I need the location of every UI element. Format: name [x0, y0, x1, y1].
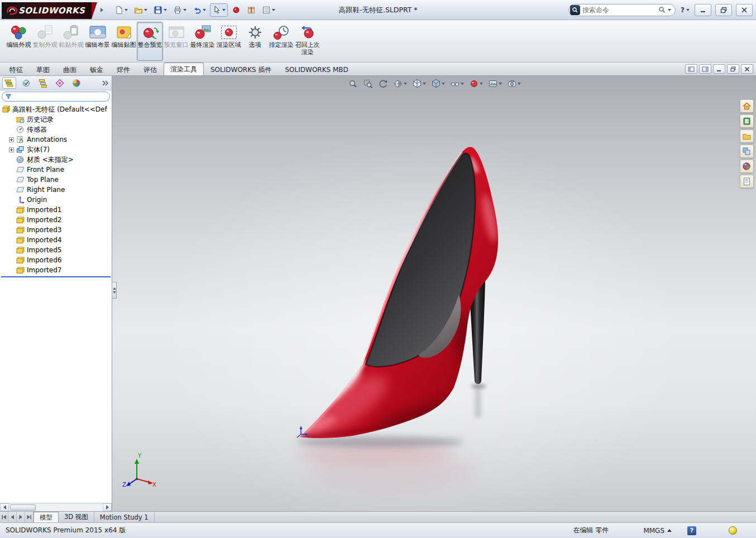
doc-restore-icon[interactable] — [727, 64, 739, 74]
schedule-render-button[interactable]: 排定渲染 — [268, 22, 294, 61]
display-manager-tab[interactable] — [69, 77, 83, 89]
panel-horizontal-scrollbar[interactable] — [0, 503, 112, 511]
tab-3d-views[interactable]: 3D 视图 — [59, 512, 94, 522]
tree-item-imported4[interactable]: Imported4 — [0, 235, 112, 245]
hide-show-items-button[interactable] — [450, 79, 464, 89]
status-help-button[interactable]: ? — [687, 526, 696, 535]
property-manager-tab[interactable] — [19, 77, 33, 89]
save-button[interactable] — [151, 3, 169, 17]
dropdown-arrow-icon[interactable] — [144, 9, 147, 11]
zoom-fit-button[interactable] — [348, 79, 358, 89]
tree-item-imported7[interactable]: Imported7 — [0, 265, 112, 275]
recall-last-render-button[interactable]: 召回上次渲染 — [294, 22, 320, 61]
tab-features[interactable]: 特征 — [3, 64, 30, 75]
collapse-toolbar-icon[interactable] — [685, 64, 697, 74]
tree-item-imported1[interactable]: Imported1 — [0, 205, 112, 215]
expand-icon[interactable] — [9, 137, 14, 142]
new-document-button[interactable] — [112, 3, 130, 17]
dropdown-arrow-icon[interactable] — [518, 83, 521, 85]
print-button[interactable] — [171, 3, 189, 17]
expand-icon[interactable] — [9, 147, 14, 152]
units-dropdown[interactable]: MMGS — [643, 527, 672, 535]
minimize-button[interactable] — [695, 4, 711, 16]
tree-item-solid-bodies[interactable]: 实体(7) — [0, 145, 112, 155]
first-tab-icon[interactable] — [0, 512, 8, 522]
dropdown-arrow-icon[interactable] — [423, 83, 426, 85]
tab-surfaces[interactable]: 曲面 — [56, 64, 83, 75]
scroll-left-icon[interactable] — [0, 503, 9, 511]
tab-sketch[interactable]: 草图 — [30, 64, 56, 75]
edit-appearance-hud-button[interactable] — [469, 79, 483, 89]
copy-appearance-button[interactable]: 复制外观 — [32, 22, 58, 61]
edit-scene-button[interactable]: 编辑布景 — [84, 22, 111, 61]
dropdown-arrow-icon[interactable] — [272, 9, 275, 11]
model-render-high-heel-shoe[interactable]: Y X Z — [112, 76, 756, 511]
solidworks-logo[interactable]: SOLIDWORKS — [2, 2, 92, 19]
render-region-button[interactable]: 渲染区域 — [216, 22, 242, 61]
dropdown-arrow-icon[interactable] — [461, 83, 464, 85]
final-render-button[interactable]: 最终渲染 — [189, 22, 216, 61]
integrated-preview-button[interactable]: 整合预览 — [137, 22, 163, 61]
rebuild-button[interactable] — [229, 3, 243, 17]
scrollbar-thumb[interactable] — [10, 505, 36, 511]
last-tab-icon[interactable] — [25, 512, 34, 522]
graphics-viewport[interactable]: Y X Z — [112, 76, 756, 511]
section-view-button[interactable] — [393, 79, 407, 89]
search-dropdown-arrow-icon[interactable] — [668, 9, 671, 11]
restore-button[interactable] — [715, 4, 732, 16]
tree-item-imported5[interactable]: Imported5 — [0, 245, 112, 255]
open-button[interactable] — [132, 3, 150, 17]
solidworks-resources-button[interactable] — [740, 99, 754, 113]
custom-properties-button[interactable] — [740, 175, 754, 188]
panel-tabs-overflow-button[interactable] — [101, 80, 109, 86]
status-tag-icon[interactable] — [729, 526, 737, 535]
tab-weldments[interactable]: 焊件 — [110, 64, 137, 75]
tree-filter-box[interactable] — [2, 92, 110, 102]
appearances-scenes-button[interactable] — [740, 160, 754, 173]
dropdown-arrow-icon[interactable] — [203, 9, 206, 11]
tab-render-tools[interactable]: 渲染工具 — [164, 63, 204, 75]
tree-item-material[interactable]: 材质 <未指定> — [0, 155, 112, 165]
tree-item-root[interactable]: 高跟鞋-无特征 (Default<<Def — [0, 104, 112, 114]
undo-button[interactable] — [190, 3, 208, 17]
dropdown-arrow-icon[interactable] — [183, 9, 186, 11]
dropdown-arrow-icon[interactable] — [164, 9, 167, 11]
doc-close-icon[interactable] — [741, 64, 753, 74]
previous-tab-icon[interactable] — [8, 512, 17, 522]
file-explorer-button[interactable] — [740, 129, 754, 143]
dropdown-arrow-icon[interactable] — [480, 83, 483, 85]
display-style-button[interactable] — [431, 79, 445, 89]
dropdown-arrow-icon[interactable] — [499, 83, 502, 85]
tab-evaluate[interactable]: 评估 — [137, 64, 164, 75]
configuration-manager-tab[interactable] — [36, 77, 50, 89]
search-commands-box[interactable] — [568, 4, 676, 16]
select-tool-button[interactable] — [210, 3, 228, 17]
render-options-button[interactable]: 选项 — [242, 22, 268, 61]
panel-splitter-handle[interactable] — [112, 282, 117, 299]
view-palette-button[interactable] — [740, 145, 754, 158]
tab-solidworks-mbd[interactable]: SOLIDWORKS MBD — [278, 64, 355, 75]
tab-solidworks-addins[interactable]: SOLIDWORKS 插件 — [204, 64, 278, 75]
apply-scene-button[interactable] — [488, 79, 502, 89]
feature-manager-tab[interactable] — [2, 77, 16, 89]
dropdown-arrow-icon[interactable] — [404, 83, 407, 85]
zoom-to-area-button[interactable] — [363, 79, 373, 89]
options-list-button[interactable] — [260, 3, 277, 17]
tree-item-top-plane[interactable]: Top Plane — [0, 175, 112, 185]
search-scope-icon[interactable] — [570, 5, 580, 15]
doc-minimize-icon[interactable] — [713, 64, 725, 74]
paste-appearance-button[interactable]: 粘贴外观 — [58, 22, 84, 61]
tab-motion-study-1[interactable]: Motion Study 1 — [94, 512, 155, 522]
dimxpert-manager-tab[interactable] — [52, 77, 66, 89]
design-library-button[interactable] — [740, 114, 754, 128]
tab-model[interactable]: 模型 — [34, 512, 59, 522]
rollback-bar[interactable] — [1, 276, 111, 277]
tree-item-imported6[interactable]: Imported6 — [0, 255, 112, 265]
tree-item-right-plane[interactable]: Right Plane — [0, 185, 112, 195]
tree-item-sensors[interactable]: 传感器 — [0, 124, 112, 134]
view-settings-button[interactable] — [507, 79, 521, 89]
search-input[interactable] — [582, 6, 656, 14]
help-button[interactable]: ? — [680, 6, 691, 14]
tree-item-imported3[interactable]: Imported3 — [0, 225, 112, 235]
tree-item-front-plane[interactable]: Front Plane — [0, 165, 112, 175]
